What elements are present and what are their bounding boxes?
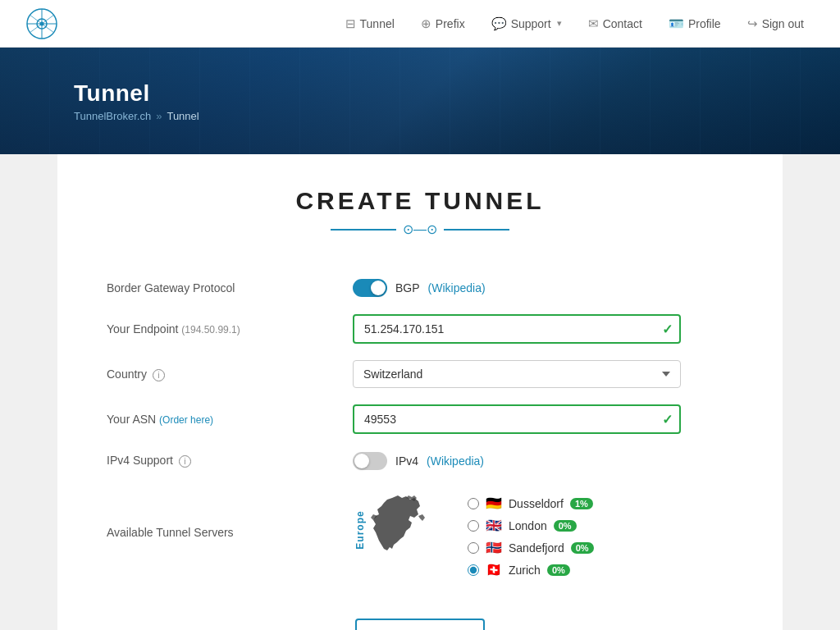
london-load: 0%	[554, 520, 577, 532]
ipv4-wiki-link[interactable]: (Wikipedia)	[427, 454, 484, 468]
divider-icon: ⊙—⊙	[403, 221, 437, 237]
server-zurich-radio[interactable]	[468, 564, 479, 576]
divider-line-right	[444, 229, 509, 231]
heading-divider: ⊙—⊙	[107, 221, 733, 237]
bgp-label: Border Gateway Protocol	[107, 281, 235, 294]
navbar: ⊟ Tunnel ⊕ Prefix 💬 Support ▾ ✉ Contact …	[0, 0, 840, 48]
nav-profile-label: Profile	[688, 17, 721, 30]
sandefjord-load: 0%	[571, 542, 594, 554]
nav-tunnel-label: Tunnel	[360, 17, 395, 30]
london-flag: 🇬🇧	[486, 518, 502, 533]
london-name: London	[509, 519, 547, 532]
endpoint-hint: (194.50.99.1)	[181, 324, 240, 336]
nav-support[interactable]: 💬 Support ▾	[480, 10, 573, 38]
map-area: Europe	[353, 491, 733, 578]
asn-row: Your ASN (Order here) ✓	[107, 396, 733, 442]
tunnel-icon: ⊟	[345, 16, 356, 31]
create-tunnel-button[interactable]: Create Tunnel	[355, 619, 485, 630]
sandefjord-name: Sandefjord	[509, 541, 564, 555]
bgp-toggle-track	[353, 279, 387, 297]
content-card: CREATE TUNNEL ⊙—⊙ Border Gateway Protoco…	[57, 154, 783, 630]
prefix-icon: ⊕	[421, 16, 431, 31]
dusseldorf-flag: 🇩🇪	[486, 495, 502, 511]
main-wrapper: CREATE TUNNEL ⊙—⊙ Border Gateway Protoco…	[0, 154, 840, 630]
hero-title: Tunnel	[74, 80, 199, 107]
servers-control-cell: Europe	[353, 479, 733, 586]
bgp-label-cell: Border Gateway Protocol	[107, 270, 353, 306]
asn-label-cell: Your ASN (Order here)	[107, 396, 353, 442]
endpoint-label-cell: Your Endpoint (194.50.99.1)	[107, 306, 353, 352]
map-container: Europe	[353, 491, 451, 568]
hero-content: Tunnel TunnelBroker.ch » Tunnel	[74, 80, 199, 122]
region-label: Europe	[354, 510, 366, 549]
country-select[interactable]: Switzerland Germany United Kingdom Norwa…	[353, 360, 681, 388]
asn-order-link[interactable]: (Order here)	[159, 414, 213, 426]
dropdown-arrow-icon: ▾	[557, 18, 562, 29]
sandefjord-flag: 🇳🇴	[486, 540, 502, 555]
server-dusseldorf-radio[interactable]	[468, 498, 479, 509]
ipv4-control-cell: IPv4 (Wikipedia)	[353, 442, 733, 479]
nav-links: ⊟ Tunnel ⊕ Prefix 💬 Support ▾ ✉ Contact …	[334, 10, 815, 38]
brand	[25, 7, 59, 41]
nav-signout[interactable]: ↪ Sign out	[736, 10, 815, 38]
logo-icon	[25, 7, 59, 41]
create-tunnel-form: Border Gateway Protocol BGP (Wikipedia)	[107, 270, 733, 586]
bgp-toggle-label: BGP	[395, 281, 420, 294]
server-sandefjord-radio[interactable]	[468, 542, 479, 554]
zurich-name: Zurich	[509, 564, 541, 577]
nav-contact[interactable]: ✉ Contact	[577, 10, 654, 38]
ipv4-toggle-label: IPv4	[395, 454, 418, 468]
country-label: Country	[107, 368, 147, 381]
asn-input[interactable]	[353, 404, 681, 434]
dusseldorf-name: Dusseldorf	[509, 497, 564, 510]
ipv4-toggle[interactable]	[353, 452, 387, 470]
ipv4-row: IPv4 Support i IPv4 (Wikipedia)	[107, 442, 733, 479]
server-dusseldorf: 🇩🇪 Dusseldorf 1%	[468, 495, 594, 511]
servers-label-cell: Available Tunnel Servers	[107, 479, 353, 586]
nav-profile[interactable]: 🪪 Profile	[657, 10, 733, 38]
bgp-row: Border Gateway Protocol BGP (Wikipedia)	[107, 270, 733, 306]
endpoint-input-wrapper: ✓	[353, 314, 681, 344]
bgp-toggle-thumb	[371, 281, 386, 295]
svg-point-6	[40, 21, 44, 25]
bgp-wiki-link[interactable]: (Wikipedia)	[428, 281, 486, 294]
breadcrumb-separator: »	[156, 110, 162, 122]
ipv4-info-icon[interactable]: i	[179, 455, 191, 468]
profile-icon: 🪪	[669, 16, 684, 31]
zurich-load: 0%	[547, 564, 570, 576]
nav-tunnel[interactable]: ⊟ Tunnel	[334, 10, 406, 38]
ipv4-label-cell: IPv4 Support i	[107, 442, 353, 479]
ipv4-label: IPv4 Support	[107, 454, 173, 467]
server-london-radio[interactable]	[468, 520, 479, 532]
ipv4-toggle-thumb	[354, 454, 369, 468]
endpoint-input[interactable]	[353, 314, 681, 344]
endpoint-label: Your Endpoint	[107, 322, 178, 336]
nav-prefix-label: Prefix	[436, 17, 465, 30]
bgp-control-cell: BGP (Wikipedia)	[353, 270, 733, 306]
servers-label: Available Tunnel Servers	[107, 526, 234, 539]
breadcrumb-home[interactable]: TunnelBroker.ch	[74, 110, 151, 122]
breadcrumb-current: Tunnel	[167, 110, 199, 122]
signout-icon: ↪	[747, 16, 758, 31]
asn-valid-icon: ✓	[662, 412, 673, 427]
bgp-toggle[interactable]	[353, 279, 387, 297]
endpoint-valid-icon: ✓	[662, 322, 673, 337]
endpoint-row: Your Endpoint (194.50.99.1) ✓	[107, 306, 733, 352]
asn-label: Your ASN	[107, 413, 156, 426]
nav-prefix[interactable]: ⊕ Prefix	[409, 10, 477, 38]
nav-support-label: Support	[511, 17, 551, 30]
divider-line-left	[331, 229, 396, 231]
server-sandefjord: 🇳🇴 Sandefjord 0%	[468, 540, 594, 555]
server-list: 🇩🇪 Dusseldorf 1% 🇬🇧 London 0%	[468, 491, 594, 578]
breadcrumb: TunnelBroker.ch » Tunnel	[74, 110, 199, 122]
support-icon: 💬	[491, 16, 507, 31]
contact-icon: ✉	[588, 16, 599, 31]
page-heading: CREATE TUNNEL	[107, 187, 733, 215]
country-label-cell: Country i	[107, 352, 353, 396]
hero-banner: Tunnel TunnelBroker.ch » Tunnel	[0, 48, 840, 154]
ipv4-toggle-row: IPv4 (Wikipedia)	[353, 452, 733, 470]
server-zurich: 🇨🇭 Zurich 0%	[468, 562, 594, 578]
ipv4-toggle-track	[353, 452, 387, 470]
bgp-toggle-row: BGP (Wikipedia)	[353, 279, 733, 297]
country-info-icon[interactable]: i	[153, 369, 165, 381]
